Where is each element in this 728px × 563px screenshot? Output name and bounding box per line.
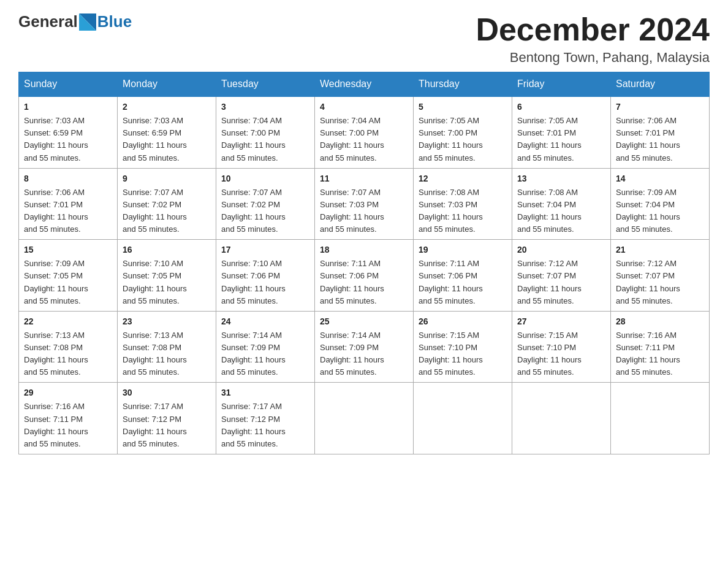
calendar-day-cell: 16Sunrise: 7:10 AMSunset: 7:05 PMDayligh… [118,240,216,312]
calendar-day-cell [414,383,512,454]
day-number: 14 [616,172,704,185]
day-number: 9 [123,172,211,185]
day-info: Sunrise: 7:11 AMSunset: 7:06 PMDaylight:… [419,258,507,307]
calendar-day-cell: 21Sunrise: 7:12 AMSunset: 7:07 PMDayligh… [611,240,710,312]
day-info: Sunrise: 7:05 AMSunset: 7:01 PMDaylight:… [517,115,605,164]
calendar-day-cell [512,383,611,454]
calendar-day-cell: 29Sunrise: 7:16 AMSunset: 7:11 PMDayligh… [19,383,118,454]
day-info: Sunrise: 7:16 AMSunset: 7:11 PMDaylight:… [24,400,112,450]
calendar-day-cell: 1Sunrise: 7:03 AMSunset: 6:59 PMDaylight… [19,96,118,168]
day-info: Sunrise: 7:15 AMSunset: 7:10 PMDaylight:… [419,329,507,379]
day-info: Sunrise: 7:13 AMSunset: 7:08 PMDaylight:… [24,329,112,379]
day-info: Sunrise: 7:11 AMSunset: 7:06 PMDaylight:… [320,258,408,307]
day-info: Sunrise: 7:16 AMSunset: 7:11 PMDaylight:… [616,329,704,379]
day-number: 1 [24,101,112,113]
logo-area: General Blue [18,12,132,31]
day-info: Sunrise: 7:04 AMSunset: 7:00 PMDaylight:… [221,115,309,164]
day-number: 31 [221,386,309,399]
day-info: Sunrise: 7:09 AMSunset: 7:04 PMDaylight:… [616,186,704,236]
col-header-wednesday: Wednesday [315,72,414,97]
day-number: 11 [320,172,408,185]
calendar-day-cell: 7Sunrise: 7:06 AMSunset: 7:01 PMDaylight… [611,96,710,168]
col-header-tuesday: Tuesday [216,72,315,97]
day-info: Sunrise: 7:08 AMSunset: 7:04 PMDaylight:… [517,186,605,236]
calendar-day-cell: 23Sunrise: 7:13 AMSunset: 7:08 PMDayligh… [118,311,216,383]
calendar-day-cell: 28Sunrise: 7:16 AMSunset: 7:11 PMDayligh… [611,311,710,383]
day-number: 20 [517,243,605,256]
col-header-sunday: Sunday [19,72,118,97]
day-info: Sunrise: 7:09 AMSunset: 7:05 PMDaylight:… [24,258,112,307]
calendar-day-cell: 17Sunrise: 7:10 AMSunset: 7:06 PMDayligh… [216,240,315,312]
calendar-day-cell: 19Sunrise: 7:11 AMSunset: 7:06 PMDayligh… [414,240,512,312]
day-number: 2 [123,101,211,113]
col-header-friday: Friday [512,72,611,97]
day-info: Sunrise: 7:13 AMSunset: 7:08 PMDaylight:… [123,329,211,379]
calendar-day-cell: 20Sunrise: 7:12 AMSunset: 7:07 PMDayligh… [512,240,611,312]
page-header: General Blue December 2024 Bentong Town,… [18,12,710,66]
day-info: Sunrise: 7:10 AMSunset: 7:06 PMDaylight:… [221,258,309,307]
calendar-day-cell [315,383,414,454]
day-number: 6 [517,101,605,113]
day-number: 29 [24,386,112,399]
day-info: Sunrise: 7:12 AMSunset: 7:07 PMDaylight:… [517,258,605,307]
day-info: Sunrise: 7:08 AMSunset: 7:03 PMDaylight:… [419,186,507,236]
day-info: Sunrise: 7:14 AMSunset: 7:09 PMDaylight:… [320,329,408,379]
day-number: 10 [221,172,309,185]
day-info: Sunrise: 7:17 AMSunset: 7:12 PMDaylight:… [123,400,211,450]
calendar-table: SundayMondayTuesdayWednesdayThursdayFrid… [18,72,710,454]
day-number: 24 [221,315,309,328]
calendar-day-cell: 12Sunrise: 7:08 AMSunset: 7:03 PMDayligh… [414,168,512,240]
day-number: 17 [221,243,309,256]
calendar-week-row: 1Sunrise: 7:03 AMSunset: 6:59 PMDaylight… [19,96,710,168]
calendar-week-row: 29Sunrise: 7:16 AMSunset: 7:11 PMDayligh… [19,383,710,454]
day-number: 7 [616,101,704,113]
day-number: 18 [320,243,408,256]
calendar-week-row: 8Sunrise: 7:06 AMSunset: 7:01 PMDaylight… [19,168,710,240]
col-header-saturday: Saturday [611,72,710,97]
day-number: 30 [123,386,211,399]
day-info: Sunrise: 7:03 AMSunset: 6:59 PMDaylight:… [24,115,112,164]
calendar-day-cell: 4Sunrise: 7:04 AMSunset: 7:00 PMDaylight… [315,96,414,168]
day-info: Sunrise: 7:15 AMSunset: 7:10 PMDaylight:… [517,329,605,379]
day-info: Sunrise: 7:06 AMSunset: 7:01 PMDaylight:… [24,186,112,236]
logo-general-text: General [18,12,78,31]
day-info: Sunrise: 7:07 AMSunset: 7:02 PMDaylight:… [221,186,309,236]
day-number: 23 [123,315,211,328]
day-number: 5 [419,101,507,113]
logo-icon [79,13,96,31]
calendar-day-cell: 18Sunrise: 7:11 AMSunset: 7:06 PMDayligh… [315,240,414,312]
calendar-day-cell [611,383,710,454]
day-info: Sunrise: 7:03 AMSunset: 6:59 PMDaylight:… [123,115,211,164]
calendar-day-cell: 22Sunrise: 7:13 AMSunset: 7:08 PMDayligh… [19,311,118,383]
calendar-day-cell: 9Sunrise: 7:07 AMSunset: 7:02 PMDaylight… [118,168,216,240]
day-number: 12 [419,172,507,185]
day-number: 13 [517,172,605,185]
calendar-day-cell: 6Sunrise: 7:05 AMSunset: 7:01 PMDaylight… [512,96,611,168]
calendar-week-row: 15Sunrise: 7:09 AMSunset: 7:05 PMDayligh… [19,240,710,312]
logo: General Blue [18,12,132,31]
day-info: Sunrise: 7:06 AMSunset: 7:01 PMDaylight:… [616,115,704,164]
calendar-day-cell: 10Sunrise: 7:07 AMSunset: 7:02 PMDayligh… [216,168,315,240]
day-info: Sunrise: 7:14 AMSunset: 7:09 PMDaylight:… [221,329,309,379]
calendar-day-cell: 26Sunrise: 7:15 AMSunset: 7:10 PMDayligh… [414,311,512,383]
day-info: Sunrise: 7:17 AMSunset: 7:12 PMDaylight:… [221,400,309,450]
calendar-day-cell: 30Sunrise: 7:17 AMSunset: 7:12 PMDayligh… [118,383,216,454]
col-header-thursday: Thursday [414,72,512,97]
location-subtitle: Bentong Town, Pahang, Malaysia [476,50,710,66]
day-number: 4 [320,101,408,113]
day-number: 25 [320,315,408,328]
day-info: Sunrise: 7:07 AMSunset: 7:03 PMDaylight:… [320,186,408,236]
calendar-day-cell: 24Sunrise: 7:14 AMSunset: 7:09 PMDayligh… [216,311,315,383]
day-number: 26 [419,315,507,328]
month-title: December 2024 [476,12,710,47]
day-info: Sunrise: 7:12 AMSunset: 7:07 PMDaylight:… [616,258,704,307]
day-number: 15 [24,243,112,256]
calendar-day-cell: 27Sunrise: 7:15 AMSunset: 7:10 PMDayligh… [512,311,611,383]
day-info: Sunrise: 7:05 AMSunset: 7:00 PMDaylight:… [419,115,507,164]
day-info: Sunrise: 7:10 AMSunset: 7:05 PMDaylight:… [123,258,211,307]
calendar-day-cell: 8Sunrise: 7:06 AMSunset: 7:01 PMDaylight… [19,168,118,240]
day-number: 3 [221,101,309,113]
calendar-day-cell: 13Sunrise: 7:08 AMSunset: 7:04 PMDayligh… [512,168,611,240]
day-number: 8 [24,172,112,185]
day-number: 19 [419,243,507,256]
